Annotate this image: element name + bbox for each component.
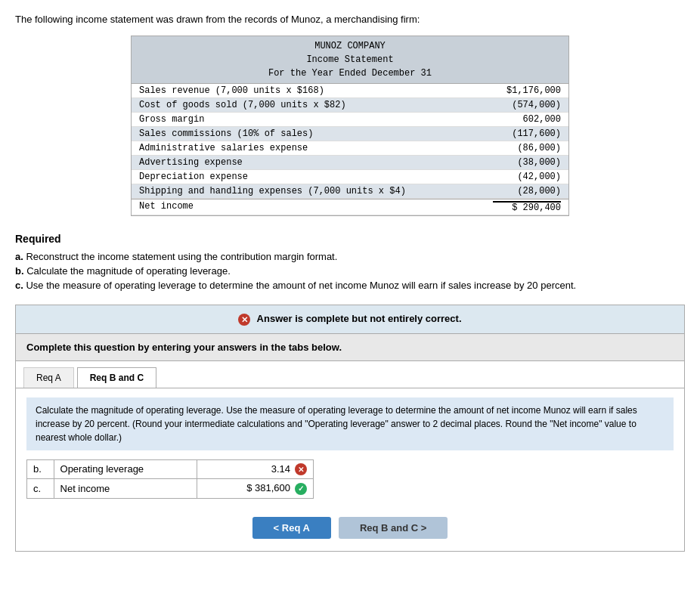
answer-table: b. Operating leverage 3.14✕ c. Net incom… bbox=[26, 459, 314, 499]
row-value: $1,176,000 bbox=[493, 85, 561, 96]
complete-bar: Complete this question by entering your … bbox=[15, 334, 685, 361]
answer-banner: ✕ Answer is complete but not entirely co… bbox=[15, 305, 685, 334]
answer-label: Net income bbox=[54, 479, 197, 499]
income-statement-table: MUNOZ COMPANY Income Statement For the Y… bbox=[131, 36, 569, 216]
req-letter: b. bbox=[15, 265, 24, 277]
income-row: Cost of goods sold (7,000 units x $82)(5… bbox=[132, 98, 568, 113]
answer-row: c. Net income $ 381,600✓ bbox=[27, 479, 314, 499]
tabs-header: Req A Req B and C bbox=[16, 361, 684, 388]
answer-value: $ 381,600✓ bbox=[197, 479, 314, 499]
row-label: Shipping and handling expenses (7,000 un… bbox=[139, 186, 493, 196]
required-title: Required bbox=[15, 233, 685, 245]
req-text: Use the measure of operating leverage to… bbox=[26, 280, 576, 291]
next-button[interactable]: Req B and C bbox=[339, 517, 448, 539]
intro-text: The following income statement was drawn… bbox=[15, 14, 685, 25]
net-income-row: Net income $ 290,400 bbox=[132, 199, 568, 215]
income-row: Sales revenue (7,000 units x $168)$1,176… bbox=[132, 84, 568, 98]
row-value: (42,000) bbox=[493, 172, 561, 182]
tabs-container: Req A Req B and C Calculate the magnitud… bbox=[15, 361, 685, 552]
income-statement-header: MUNOZ COMPANY Income Statement For the Y… bbox=[132, 36, 568, 84]
row-label: Gross margin bbox=[139, 114, 493, 125]
income-rows: Sales revenue (7,000 units x $168)$1,176… bbox=[132, 84, 568, 199]
row-value: 602,000 bbox=[493, 114, 561, 125]
row-value: (117,600) bbox=[493, 128, 561, 139]
tab-content: Calculate the magnitude of operating lev… bbox=[16, 388, 684, 551]
required-item: b. Calculate the magnitude of operating … bbox=[15, 265, 685, 277]
row-value: (28,000) bbox=[493, 186, 561, 196]
income-row: Shipping and handling expenses (7,000 un… bbox=[132, 184, 568, 199]
req-text: Reconstruct the income statement using t… bbox=[26, 251, 337, 262]
income-row: Gross margin602,000 bbox=[132, 113, 568, 127]
row-label: Sales revenue (7,000 units x $168) bbox=[139, 85, 493, 96]
answer-letter: c. bbox=[27, 479, 54, 499]
row-label: Depreciation expense bbox=[139, 172, 493, 182]
net-income-value: $ 290,400 bbox=[493, 201, 561, 213]
req-letter: c. bbox=[15, 280, 23, 291]
req-letter: a. bbox=[15, 251, 23, 262]
tab-req-b-c[interactable]: Req B and C bbox=[77, 367, 156, 388]
check-icon: ✓ bbox=[295, 483, 307, 495]
required-item: a. Reconstruct the income statement usin… bbox=[15, 251, 685, 262]
answer-banner-text: Answer is complete but not entirely corr… bbox=[257, 313, 462, 324]
required-item: c. Use the measure of operating leverage… bbox=[15, 280, 685, 291]
company-name: MUNOZ COMPANY bbox=[133, 39, 567, 53]
income-row: Sales commissions (10% of sales)(117,600… bbox=[132, 127, 568, 141]
row-label: Administrative salaries expense bbox=[139, 143, 493, 153]
error-icon: ✕ bbox=[238, 314, 250, 326]
income-row: Depreciation expense(42,000) bbox=[132, 170, 568, 184]
answer-row: b. Operating leverage 3.14✕ bbox=[27, 459, 314, 479]
req-text: Calculate the magnitude of operating lev… bbox=[26, 265, 231, 277]
required-items: a. Reconstruct the income statement usin… bbox=[15, 251, 685, 291]
row-label: Cost of goods sold (7,000 units x $82) bbox=[139, 100, 493, 110]
income-row: Administrative salaries expense(86,000) bbox=[132, 141, 568, 156]
instruction-box: Calculate the magnitude of operating lev… bbox=[26, 397, 674, 450]
row-label: Sales commissions (10% of sales) bbox=[139, 128, 493, 139]
statement-title: Income Statement bbox=[133, 53, 567, 67]
income-row: Advertising expense(38,000) bbox=[132, 156, 568, 170]
row-value: (86,000) bbox=[493, 143, 561, 153]
answer-label: Operating leverage bbox=[54, 459, 197, 479]
row-label: Advertising expense bbox=[139, 157, 493, 168]
net-income-label: Net income bbox=[139, 201, 493, 213]
required-section: Required a. Reconstruct the income state… bbox=[15, 233, 685, 291]
tab-req-a[interactable]: Req A bbox=[23, 367, 74, 388]
answer-letter: b. bbox=[27, 459, 54, 479]
row-value: (574,000) bbox=[493, 100, 561, 110]
prev-button[interactable]: Req A bbox=[252, 517, 331, 539]
row-value: (38,000) bbox=[493, 157, 561, 168]
nav-buttons: Req A Req B and C bbox=[26, 511, 674, 542]
statement-period: For the Year Ended December 31 bbox=[133, 67, 567, 80]
wrong-icon: ✕ bbox=[295, 463, 307, 475]
answer-value: 3.14✕ bbox=[197, 459, 314, 479]
